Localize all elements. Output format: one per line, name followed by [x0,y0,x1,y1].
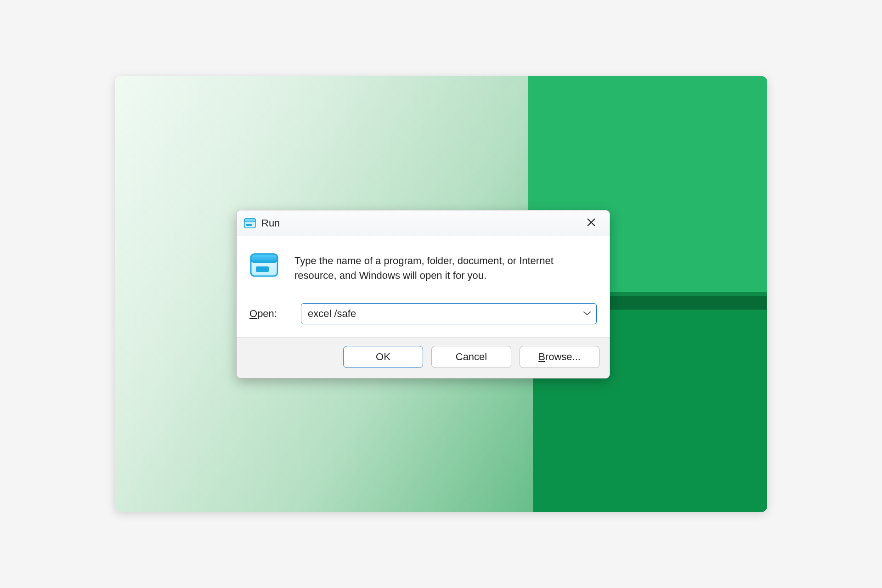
dialog-body: Type the name of a program, folder, docu… [237,236,610,337]
run-icon [249,253,282,279]
open-label: Open: [249,308,291,320]
dialog-footer: OK Cancel Browse... [237,337,610,378]
cancel-button[interactable]: Cancel [431,346,511,368]
titlebar[interactable]: Run [237,210,610,236]
close-button[interactable] [577,210,605,236]
svg-rect-4 [251,254,277,262]
close-icon [586,217,596,229]
screenshot-canvas: Run [0,0,882,588]
dialog-description: Type the name of a program, folder, docu… [294,253,597,283]
ok-button[interactable]: OK [343,346,423,368]
svg-rect-2 [246,224,252,226]
background-artwork: Run [115,76,767,512]
svg-rect-1 [244,219,255,222]
browse-button[interactable]: Browse... [520,346,599,368]
open-combobox[interactable] [301,303,597,324]
run-icon [244,218,256,228]
run-dialog: Run [236,210,610,379]
svg-rect-5 [256,266,269,272]
dialog-title: Run [261,217,280,229]
open-input[interactable] [301,303,597,324]
